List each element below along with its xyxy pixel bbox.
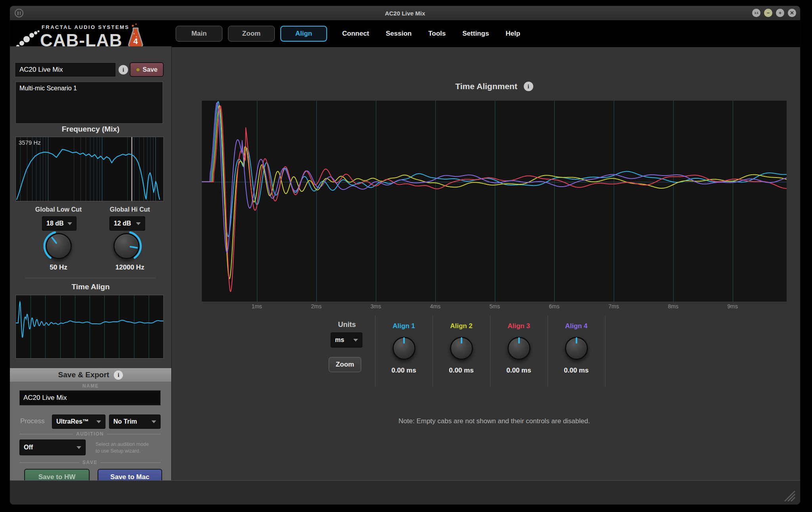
chevron-down-icon	[136, 222, 141, 225]
status-strip	[10, 480, 800, 505]
frequency-section-title: Frequency (Mix)	[10, 125, 171, 134]
time-alignment-header: Time Alignment i	[202, 80, 787, 92]
save-preset-label: Save	[143, 66, 157, 73]
notes-textarea[interactable]: Multi-mic Scenario 1	[15, 82, 163, 124]
align-2-knob[interactable]	[449, 336, 474, 361]
save-export-title: Save & Export	[58, 371, 109, 379]
units-column: Units	[323, 321, 371, 329]
save-export-info-icon[interactable]: i	[114, 371, 123, 380]
align-2-column: Align 2 0.00 ms	[433, 322, 489, 330]
low-cut-label: Global Low Cut	[22, 206, 95, 213]
axis-tick: 1ms	[251, 303, 262, 309]
close-button[interactable]: ✕	[788, 9, 796, 17]
axis-tick: 5ms	[489, 303, 500, 309]
save-section-label: SAVE	[82, 460, 98, 465]
tab-main[interactable]: Main	[176, 26, 222, 42]
audition-value: Off	[24, 444, 33, 451]
units-label: Units	[323, 321, 371, 329]
align-2-value: 0.00 ms	[433, 367, 489, 374]
x-axis: 1ms2ms3ms4ms5ms6ms7ms8ms9ms	[202, 303, 787, 311]
units-value: ms	[335, 336, 344, 344]
units-dropdown[interactable]: ms	[331, 332, 362, 348]
divider	[25, 278, 156, 278]
tab-zoom[interactable]: Zoom	[228, 26, 275, 42]
align-3-knob[interactable]	[506, 336, 532, 361]
preset-info-icon[interactable]: i	[119, 65, 128, 75]
align-2-label: Align 2	[433, 322, 489, 330]
menu-settings[interactable]: Settings	[457, 30, 494, 38]
align-zoom-button[interactable]: Zoom	[329, 357, 361, 372]
low-cut-slope-value: 18 dB	[46, 220, 64, 227]
svg-text:4: 4	[133, 37, 138, 46]
divider	[605, 315, 605, 387]
note-text: Note: Empty cabs are not shown and their…	[202, 417, 787, 425]
align-1-value: 0.00 ms	[376, 367, 432, 374]
divider	[548, 315, 548, 387]
align-4-column: Align 4 0.00 ms	[548, 322, 604, 330]
save-preset-button[interactable]: Save	[130, 62, 164, 77]
resize-grip[interactable]	[782, 489, 796, 502]
save-export-header: Save & Export i	[10, 368, 171, 382]
save-divider: SAVE	[19, 460, 161, 465]
brand-small-text: FRACTAL AUDIO SYSTEMS	[42, 24, 129, 30]
align-4-label: Align 4	[548, 322, 604, 330]
chevron-down-icon	[77, 446, 81, 449]
minimize-button[interactable]: −	[764, 9, 772, 17]
align-4-value: 0.00 ms	[548, 367, 604, 374]
menu-tools[interactable]: Tools	[423, 30, 451, 38]
main-nav: Main Zoom Align Connect Session Tools Se…	[176, 26, 526, 42]
align-1-label: Align 1	[376, 322, 432, 330]
menu-session[interactable]: Session	[380, 30, 417, 38]
save-led-icon	[136, 68, 140, 72]
audition-label: AUDITION	[76, 431, 104, 437]
process-label: Process	[20, 417, 44, 425]
time-align-section-title: Time Align	[10, 283, 171, 291]
low-cut-value: 50 Hz	[22, 264, 95, 271]
axis-tick: 8ms	[668, 303, 678, 309]
app-window: AC20 Live Mix 1:1 − + ✕ FRACTAL AUDIO SY…	[10, 6, 801, 505]
menu-connect[interactable]: Connect	[337, 30, 375, 38]
preset-name-input[interactable]	[15, 63, 115, 76]
process-value: UltraRes™	[56, 418, 89, 425]
axis-tick: 9ms	[727, 303, 737, 309]
time-alignment-info-icon[interactable]: i	[524, 82, 533, 91]
menu-help[interactable]: Help	[500, 30, 526, 38]
audition-dropdown[interactable]: Off	[19, 439, 86, 455]
align-3-column: Align 3 0.00 ms	[491, 322, 547, 330]
trim-value: No Trim	[113, 418, 137, 425]
align-1-knob[interactable]	[391, 336, 417, 361]
hi-cut-slope-dropdown[interactable]: 12 dB	[109, 216, 145, 231]
audition-divider: AUDITION	[19, 431, 161, 437]
divider	[433, 315, 433, 387]
align-4-knob[interactable]	[564, 336, 589, 361]
low-cut-slope-dropdown[interactable]: 18 dB	[42, 216, 77, 231]
chevron-down-icon	[96, 420, 101, 423]
frequency-readout: 3579 Hz	[19, 139, 41, 146]
time-align-graph	[15, 295, 164, 359]
align-3-label: Align 3	[491, 322, 547, 330]
maximize-button[interactable]: +	[776, 9, 784, 17]
chevron-down-icon	[67, 222, 72, 225]
window-title: AC20 Live Mix	[10, 6, 800, 20]
divider	[375, 315, 375, 387]
time-alignment-chart[interactable]	[202, 101, 787, 302]
tab-align[interactable]: Align	[280, 26, 327, 42]
chevron-down-icon	[151, 420, 156, 423]
actual-size-button[interactable]: 1:1	[752, 9, 760, 17]
axis-tick: 2ms	[311, 303, 321, 309]
chevron-down-icon	[353, 339, 358, 342]
axis-tick: 4ms	[430, 303, 440, 309]
export-name-input[interactable]	[19, 390, 161, 405]
hi-cut-knob[interactable]	[110, 229, 143, 263]
hi-cut-label: Global Hi Cut	[93, 206, 167, 213]
process-dropdown[interactable]: UltraRes™	[52, 415, 105, 429]
audition-hint: Select an audition mode to use Setup wiz…	[96, 441, 167, 455]
name-label: NAME	[10, 383, 171, 389]
axis-tick: 7ms	[608, 303, 619, 309]
hi-cut-slope-value: 12 dB	[114, 220, 131, 227]
low-cut-knob[interactable]	[42, 229, 75, 263]
hi-cut-value: 12000 Hz	[93, 264, 167, 271]
align-3-value: 0.00 ms	[491, 367, 547, 374]
frequency-graph[interactable]	[15, 137, 164, 201]
trim-dropdown[interactable]: No Trim	[109, 415, 161, 429]
